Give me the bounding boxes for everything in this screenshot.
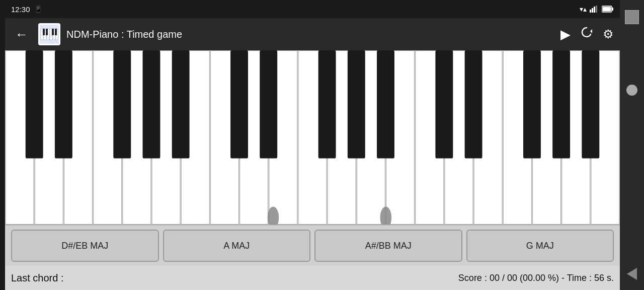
time-display: 12:30 [11,5,30,14]
status-right: ▾▴ [580,5,614,13]
svg-rect-3 [596,6,597,13]
svg-rect-0 [590,10,591,13]
svg-rect-50 [318,50,336,159]
replay-button[interactable] [580,26,594,43]
svg-rect-17 [55,29,57,35]
svg-rect-57 [582,50,599,159]
svg-rect-47 [172,50,190,159]
main-content: 12:30 📱 ▾▴ ← [5,0,620,290]
svg-rect-2 [594,7,595,13]
svg-rect-49 [260,50,277,159]
svg-rect-53 [435,50,453,159]
chord-btn-0[interactable]: D#/EB MAJ [11,230,159,262]
svg-rect-16 [52,29,54,35]
right-sidebar [620,0,644,290]
sidebar-square-icon [625,10,639,24]
status-left: 12:30 📱 [11,5,42,14]
chord-btn-2[interactable]: A#/BB MAJ [314,230,462,262]
back-button[interactable]: ← [11,25,32,44]
svg-rect-51 [348,50,365,159]
sidebar-back-icon[interactable] [627,268,637,280]
svg-rect-1 [592,8,593,13]
svg-rect-46 [142,50,160,159]
chord-btn-3[interactable]: G MAJ [466,230,614,262]
sidebar-circle-icon [626,85,637,96]
chord-buttons-row: D#/EB MAJ A MAJ A#/BB MAJ G MAJ [5,226,620,266]
svg-rect-45 [113,50,131,159]
app-title: NDM-Piano : Timed game [66,29,554,40]
app-bar-actions: ▶ ⚙ [560,26,614,43]
svg-rect-43 [26,50,43,159]
score-time-display: Score : 00 / 00 (00.00 %) - Time : 56 s. [458,273,614,283]
app-bar: ← NDM-Piano : Timed g [5,18,620,50]
chord-btn-1[interactable]: A MAJ [163,230,311,262]
svg-rect-54 [465,50,482,159]
bottom-status-bar: Last chord : Score : 00 / 00 (00.00 %) -… [5,266,620,290]
last-chord-label: Last chord : [11,272,64,284]
play-button[interactable]: ▶ [560,27,571,42]
svg-marker-20 [590,29,592,33]
battery-icon [602,6,614,13]
svg-rect-56 [552,50,570,159]
piano-app-icon [40,25,59,44]
svg-rect-55 [523,50,541,159]
left-edge-bar [0,0,5,290]
settings-button[interactable]: ⚙ [603,27,614,41]
status-bar: 12:30 📱 ▾▴ [5,0,620,18]
app-icon [38,23,60,45]
piano-svg [5,50,620,225]
sim-icon: 📱 [34,6,42,13]
piano-keyboard-area[interactable] [5,50,620,226]
wifi-icon: ▾▴ [580,5,587,13]
svg-rect-6 [603,7,611,12]
signal-icon [590,6,599,13]
svg-rect-5 [612,8,613,11]
svg-rect-48 [230,50,248,159]
svg-rect-52 [377,50,394,159]
svg-rect-44 [55,50,72,159]
